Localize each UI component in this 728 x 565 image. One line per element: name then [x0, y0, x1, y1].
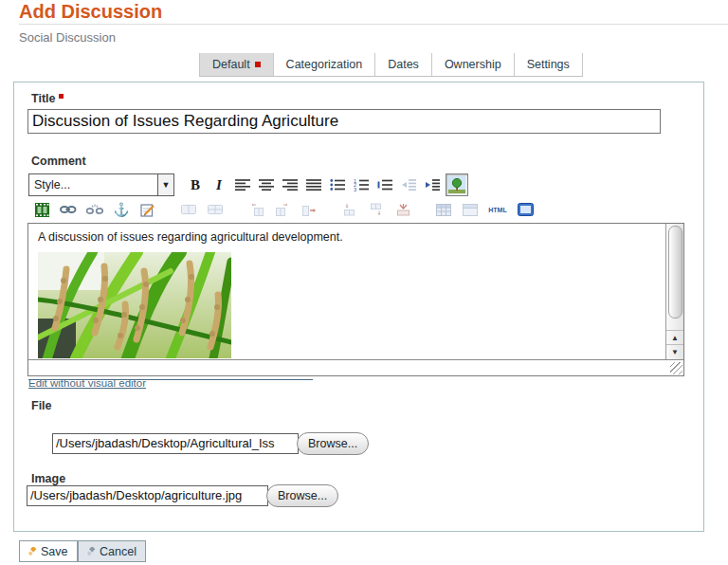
add-row-after-icon: [370, 203, 383, 216]
table-properties-button[interactable]: [460, 199, 481, 220]
tab-settings-label: Settings: [527, 58, 570, 71]
merge-cell-icon: [181, 204, 196, 215]
editor-text: A discussion of issues regarding agricul…: [38, 230, 343, 244]
editor-content[interactable]: A discussion of issues regarding agricul…: [28, 224, 666, 359]
delete-column-button[interactable]: [299, 199, 319, 220]
rice-plants-image[interactable]: [38, 252, 231, 358]
file-path-input[interactable]: /Users/jbadash/Desktop/Agricultural_Iss: [52, 433, 299, 454]
scroll-down-button[interactable]: ▼: [666, 344, 683, 359]
cancel-button[interactable]: Cancel: [78, 540, 146, 562]
bold-icon: B: [191, 177, 200, 193]
html-source-icon: HTML: [488, 207, 506, 213]
align-center-button[interactable]: [256, 174, 277, 195]
tab-ownership-label: Ownership: [445, 58, 501, 71]
insert-anchor-button[interactable]: ⚓: [111, 199, 132, 220]
delete-row-button[interactable]: [392, 199, 413, 220]
html-source-button[interactable]: HTML: [486, 199, 509, 220]
align-justify-icon: [306, 178, 321, 191]
save-arrow-icon: [28, 547, 37, 556]
indent-list-icon: [377, 178, 392, 191]
form-tabs: Default Categorization Dates Ownership S…: [199, 53, 583, 77]
indent-button[interactable]: [422, 174, 443, 195]
file-browse-button[interactable]: Browse...: [297, 432, 369, 455]
svg-text:3: 3: [354, 187, 356, 191]
style-select-value: Style...: [29, 178, 157, 191]
align-left-icon: [235, 178, 250, 191]
cancel-button-label: Cancel: [100, 545, 136, 558]
bold-button[interactable]: B: [185, 174, 206, 195]
image-browse-button[interactable]: Browse...: [266, 484, 338, 507]
insert-link-button[interactable]: [58, 199, 79, 220]
remove-link-icon: [86, 204, 103, 216]
add-column-before-button[interactable]: [246, 199, 266, 220]
insert-table-icon: [436, 204, 451, 216]
scroll-up-button[interactable]: ▲: [666, 330, 683, 345]
scrollbar-thumb[interactable]: [668, 226, 682, 319]
edit-link-row: Edit without visual editor: [28, 374, 313, 386]
add-column-after-button[interactable]: [272, 199, 293, 220]
image-path-input[interactable]: /Users/jbadash/Desktop/agriculture.jpg: [27, 485, 268, 506]
toolbar-spacer: [231, 210, 240, 210]
tab-dates-label: Dates: [388, 58, 419, 71]
toolbar-spacer: [419, 210, 428, 210]
insert-image-button[interactable]: [446, 173, 468, 196]
align-right-button[interactable]: [280, 174, 300, 195]
add-discussion-page: Add Discussion Social Discussion Default…: [0, 0, 728, 565]
tab-categorization-label: Categorization: [286, 58, 363, 71]
source-view-button[interactable]: [515, 199, 536, 220]
editor-scrollbar[interactable]: ▲ ▼: [665, 224, 683, 359]
resize-handle-icon[interactable]: [670, 362, 682, 374]
add-column-before-icon: [249, 204, 264, 216]
toolbar-spacer: [325, 210, 334, 210]
insert-image-icon: [448, 176, 465, 193]
numbered-list-icon: 123: [354, 178, 369, 191]
page-subtitle: Social Discussion: [19, 30, 116, 45]
indent-list-button[interactable]: [374, 174, 395, 195]
style-select[interactable]: Style... ▼: [28, 173, 174, 196]
tab-settings[interactable]: Settings: [515, 53, 583, 76]
save-button[interactable]: Save: [19, 540, 78, 562]
save-button-label: Save: [41, 545, 68, 558]
title-input[interactable]: [27, 109, 661, 134]
edit-without-visual-editor-link[interactable]: Edit without visual editor: [28, 377, 146, 389]
tab-default-label: Default: [212, 58, 250, 71]
merge-cell-button[interactable]: [178, 199, 199, 220]
tab-ownership[interactable]: Ownership: [432, 53, 515, 76]
chevron-down-icon: ▼: [157, 174, 173, 195]
insert-link-icon: [60, 204, 77, 215]
file-label: File: [31, 399, 52, 412]
split-cell-button[interactable]: [205, 199, 226, 220]
edit-note-button[interactable]: [137, 199, 158, 220]
arrow-down-icon: ▼: [671, 348, 679, 356]
arrow-up-icon: ▲: [671, 334, 679, 342]
image-label: Image: [31, 472, 65, 485]
add-column-after-icon: [276, 204, 290, 216]
split-cell-icon: [208, 204, 223, 215]
page-title: Add Discussion: [19, 1, 162, 23]
numbered-list-button[interactable]: 123: [351, 174, 372, 195]
outdent-button[interactable]: [398, 174, 419, 195]
insert-video-icon: [35, 203, 49, 217]
outdent-icon: [401, 178, 416, 191]
source-view-icon: [518, 203, 534, 216]
title-divider: [19, 24, 728, 25]
required-dot-icon: [59, 94, 64, 99]
edit-note-icon: [140, 203, 155, 217]
italic-icon: I: [216, 177, 222, 193]
insert-table-button[interactable]: [433, 199, 454, 220]
comment-editor: A discussion of issues regarding agricul…: [27, 223, 684, 376]
add-row-after-button[interactable]: [366, 199, 387, 220]
align-justify-button[interactable]: [303, 174, 324, 195]
remove-link-button[interactable]: [84, 199, 105, 220]
insert-video-button[interactable]: [31, 199, 52, 220]
add-row-before-button[interactable]: [339, 199, 360, 220]
anchor-icon: ⚓: [113, 203, 129, 216]
tab-categorization[interactable]: Categorization: [274, 53, 376, 76]
tab-default[interactable]: Default: [199, 53, 274, 76]
align-left-button[interactable]: [232, 174, 253, 195]
tab-dates[interactable]: Dates: [375, 53, 432, 76]
italic-button[interactable]: I: [209, 174, 229, 195]
align-center-icon: [259, 178, 274, 191]
bulleted-list-button[interactable]: [327, 174, 348, 195]
toolbar-spacer: [164, 210, 173, 210]
